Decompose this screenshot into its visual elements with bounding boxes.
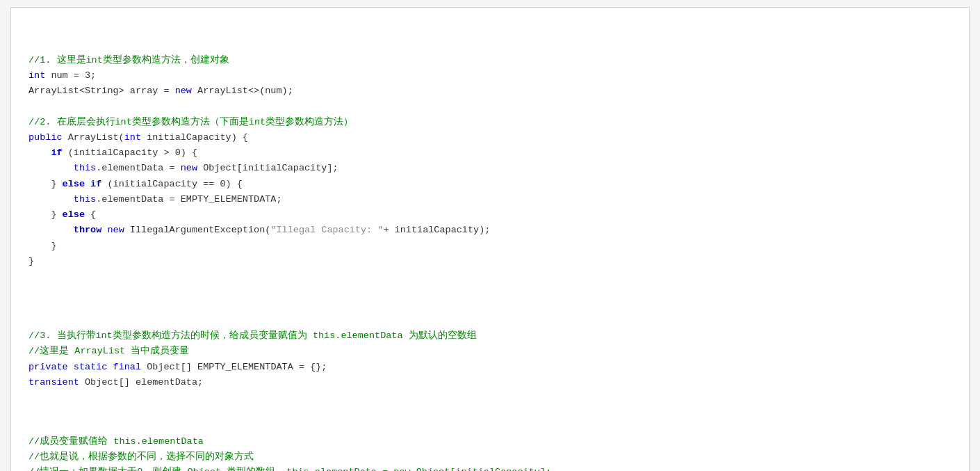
code-this-2b: .elementData = EMPTY_ELEMENTDATA; (96, 194, 281, 205)
keyword-transient: transient (28, 377, 79, 388)
comment-2: //2. 在底层会执行int类型参数构造方法（下面是int类型参数构造方法） (28, 117, 353, 127)
comment-3: //3. 当执行带int类型参数构造方法的时候，给成员变量赋值为 this.el… (28, 330, 477, 341)
code-throw-4: + initialCapacity); (383, 225, 490, 235)
keyword-int-2: int (124, 132, 141, 143)
keyword-public: public (28, 132, 63, 143)
keyword-static: static (74, 362, 108, 372)
comment-5: //成员变量赋值给 this.elementData (28, 436, 204, 447)
keyword-new-1: new (175, 86, 192, 96)
comment-4: //这里是 ArrayList 当中成员变量 (28, 346, 189, 356)
code-final (107, 362, 113, 372)
string-illegal: "Illegal Capacity: " (270, 225, 383, 235)
code-block: //1. 这里是int类型参数构造方法，创建对象 int num = 3; Ar… (28, 22, 952, 471)
code-static (68, 362, 74, 372)
keyword-else-1: else if (63, 179, 102, 189)
keyword-if-1: if (51, 147, 62, 158)
keyword-else-2: else (63, 209, 85, 220)
keyword-private: private (28, 362, 68, 372)
code-empty: Object[] EMPTY_ELEMENTDATA = {}; (141, 362, 327, 372)
code-close-1: } (28, 241, 57, 251)
code-if (28, 147, 51, 158)
keyword-new-3: new (107, 225, 124, 235)
code-else-brace: { (85, 209, 96, 220)
code-container: //1. 这里是int类型参数构造方法，创建对象 int num = 3; Ar… (10, 7, 970, 471)
keyword-this-2: this (74, 194, 96, 205)
keyword-new-2: new (181, 163, 197, 173)
code-this-2 (28, 194, 74, 205)
code-close-2: } (28, 256, 34, 266)
code-constructor: ArrayList( (63, 132, 124, 143)
keyword-this-1: this (74, 163, 96, 173)
code-this-1b: .elementData = (96, 163, 181, 173)
code-line-2: num = 3; (45, 70, 96, 81)
code-line-3b: ArrayList<>(num); (192, 86, 293, 96)
code-if-cond: (initialCapacity > 0) { (63, 147, 197, 158)
code-this-1 (28, 163, 74, 173)
comment-6: //也就是说，根据参数的不同，选择不同的对象方式 (28, 452, 254, 462)
code-throw-3: IllegalArgumentException( (124, 225, 271, 235)
comment-1: //1. 这里是int类型参数构造方法，创建对象 (28, 55, 229, 65)
code-throw (28, 225, 74, 235)
keyword-final: final (113, 362, 142, 372)
code-elseif: } (28, 179, 63, 189)
code-line-3: ArrayList<String> array = (28, 86, 175, 96)
code-else: } (28, 209, 63, 220)
code-elseif-cond: (initialCapacity == 0) { (101, 179, 243, 189)
keyword-throw: throw (74, 225, 102, 235)
keyword-int-1: int (28, 70, 45, 81)
code-constructor-2: initialCapacity) { (141, 132, 248, 143)
comment-7: //情况一：如果数据大于0，则创建 Object 类型的数组 this.elem… (28, 467, 551, 471)
code-element-data: Object[] elementData; (79, 377, 203, 388)
code-this-1c: Object[initialCapacity]; (197, 163, 338, 173)
